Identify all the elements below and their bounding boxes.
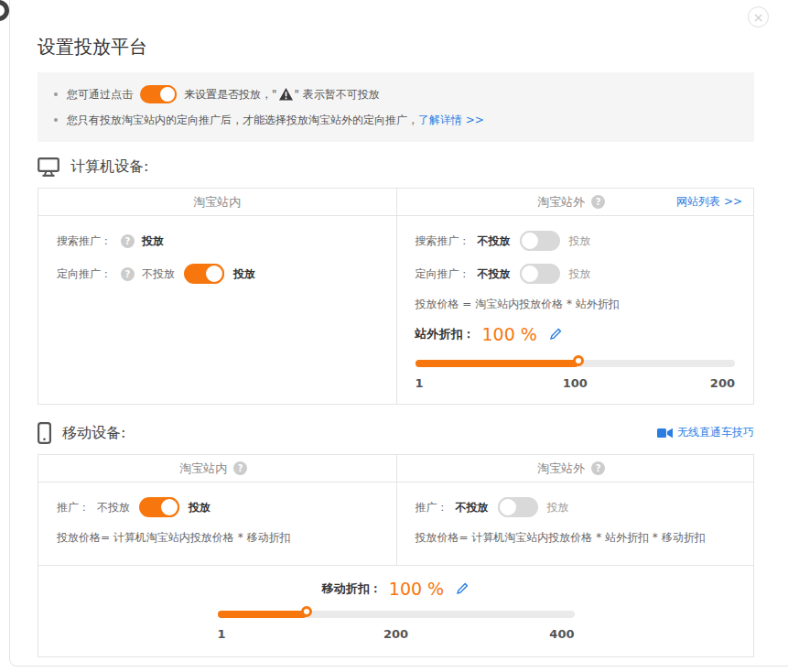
discount-value: 100 % <box>482 324 537 344</box>
slider-fill <box>416 360 578 367</box>
price-formula: 投放价格= 计算机淘宝站内投放价格 * 移动折扣 <box>57 530 378 545</box>
mobile-icon <box>38 422 51 444</box>
notice-text: 来设置是否投放，" <box>184 87 277 103</box>
state-on-label: 投放 <box>569 266 591 282</box>
computer-offsite-search-toggle[interactable] <box>520 231 560 251</box>
website-list-link[interactable]: 网站列表 >> <box>676 194 742 210</box>
state-off-label: 不投放 <box>478 266 511 282</box>
close-icon[interactable]: × <box>748 6 769 27</box>
computer-section-header: 计算机设备: <box>38 155 754 179</box>
price-formula: 投放价格= 计算机淘宝站内投放价格 * 站外折扣 * 移动折扣 <box>416 530 736 545</box>
toggle-knob <box>498 497 518 517</box>
header-label: 淘宝站内 <box>179 461 227 477</box>
mobile-onsite-toggle[interactable] <box>139 497 179 517</box>
slider-thumb[interactable] <box>573 355 584 366</box>
computer-onsite-target-toggle[interactable] <box>184 264 224 284</box>
mobile-discount-line: 移动折扣： 100 % <box>57 577 735 601</box>
row-label: 推广： <box>416 500 448 515</box>
mobile-table: 淘宝站内 ? 淘宝站外 ? 推广： 不投放 投放 投放价格= 计算机淘宝站内投放… <box>38 454 754 657</box>
toggle-knob <box>158 85 177 103</box>
notice-line-1: 您可通过点击 来设置是否投放，" " 表示暂不可投放 <box>54 81 738 107</box>
scale-mid: 200 <box>383 627 408 641</box>
edit-icon[interactable] <box>548 327 563 341</box>
offsite-discount-slider[interactable] <box>416 355 736 372</box>
wireless-tips-link[interactable]: 无线直通车技巧 <box>657 425 754 440</box>
settings-modal: 设置投放平台 您可通过点击 来设置是否投放，" " 表示暂不可投放 您只有投放淘… <box>9 0 788 667</box>
discount-label: 移动折扣： <box>322 580 382 597</box>
edit-icon[interactable] <box>455 581 470 596</box>
scale-min: 1 <box>218 627 226 644</box>
notice-text: 您可通过点击 <box>67 87 133 103</box>
toggle-knob <box>520 264 540 284</box>
slider-fill <box>218 611 308 618</box>
computer-offsite-cell: 搜索推广： 不投放 投放 定向推广： 不投放 投放 投放价格 = 淘宝站内投放价… <box>396 216 754 404</box>
target-promo-row: 定向推广： 不投放 投放 <box>416 264 736 284</box>
row-label: 定向推广： <box>57 266 112 282</box>
mobile-section-title: 移动设备: <box>62 424 125 443</box>
example-toggle[interactable] <box>140 85 177 103</box>
mobile-onsite-cell: 推广： 不投放 投放 投放价格= 计算机淘宝站内投放价格 * 移动折扣 <box>38 482 396 565</box>
promo-row: 推广： 不投放 投放 <box>416 497 736 517</box>
help-icon[interactable]: ? <box>591 461 605 475</box>
help-icon[interactable]: ? <box>121 267 135 281</box>
price-formula: 投放价格 = 淘宝站内投放价格 * 站外折扣 <box>416 297 736 311</box>
state-on-label: 投放 <box>547 500 569 515</box>
promo-row: 推广： 不投放 投放 <box>57 497 378 517</box>
state-on-label: 投放 <box>142 233 164 249</box>
computer-offsite-header: 淘宝站外 ? 网站列表 >> <box>396 189 754 216</box>
notice-line-2: 您只有投放淘宝站内的定向推广后，才能选择投放淘宝站外的定向推广， 了解详情 >> <box>54 107 738 133</box>
row-label: 搜索推广： <box>57 233 112 249</box>
page-title: 设置投放平台 <box>38 2 754 60</box>
header-label: 淘宝站外 <box>537 194 585 211</box>
mobile-offsite-cell: 推广： 不投放 投放 投放价格= 计算机淘宝站内投放价格 * 站外折扣 * 移动… <box>396 482 754 565</box>
toggle-knob <box>159 497 179 517</box>
header-label: 淘宝站内 <box>193 194 241 211</box>
state-off-label: 不投放 <box>97 500 130 515</box>
state-off-label: 不投放 <box>142 266 175 282</box>
mobile-onsite-header: 淘宝站内 ? <box>38 455 396 482</box>
slider-scale: 1 200 400 <box>218 627 575 644</box>
scale-max: 200 <box>710 376 735 393</box>
mobile-offsite-toggle[interactable] <box>498 497 538 517</box>
slider-scale: 1 100 200 <box>416 376 736 393</box>
state-off-label: 不投放 <box>456 500 489 515</box>
mobile-section-header: 移动设备: 无线直通车技巧 <box>38 421 754 445</box>
computer-section-title: 计算机设备: <box>70 157 148 177</box>
scale-max: 400 <box>549 627 574 644</box>
mobile-discount-slider[interactable] <box>218 606 575 623</box>
help-icon[interactable]: ? <box>233 461 247 475</box>
state-on-label: 投放 <box>233 266 255 282</box>
offsite-discount-row: 站外折扣： 100 % <box>416 322 736 346</box>
toggle-knob <box>204 264 224 284</box>
bullet-icon <box>54 118 58 122</box>
decoration-ring <box>0 0 9 21</box>
slider-thumb[interactable] <box>301 606 312 617</box>
video-icon <box>657 428 673 439</box>
mobile-discount-row: 移动折扣： 100 % 1 200 400 <box>38 565 753 656</box>
learn-more-link[interactable]: 了解详情 >> <box>418 113 484 128</box>
computer-onsite-cell: 搜索推广： ? 投放 定向推广： ? 不投放 投放 <box>38 216 396 404</box>
notice-text: " 表示暂不可投放 <box>295 87 380 103</box>
discount-label: 站外折扣： <box>416 326 475 342</box>
row-label: 搜索推广： <box>416 233 470 249</box>
header-label: 淘宝站外 <box>537 461 585 477</box>
link-label: 无线直通车技巧 <box>677 425 754 440</box>
computer-table: 淘宝站内 淘宝站外 ? 网站列表 >> 搜索推广： ? 投放 定向推广： ? 不… <box>38 188 754 405</box>
target-promo-row: 定向推广： ? 不投放 投放 <box>57 264 378 284</box>
state-on-label: 投放 <box>569 233 591 249</box>
scale-min: 1 <box>416 376 424 393</box>
search-promo-row: 搜索推广： 不投放 投放 <box>416 231 736 251</box>
row-label: 定向推广： <box>416 266 470 282</box>
notice-box: 您可通过点击 来设置是否投放，" " 表示暂不可投放 您只有投放淘宝站内的定向推… <box>38 72 754 142</box>
notice-text: 您只有投放淘宝站内的定向推广后，才能选择投放淘宝站外的定向推广， <box>67 113 418 128</box>
state-off-label: 不投放 <box>478 233 511 249</box>
toggle-knob <box>520 231 540 251</box>
scale-mid: 100 <box>563 376 588 390</box>
computer-onsite-header: 淘宝站内 <box>38 189 396 216</box>
computer-icon <box>38 157 59 177</box>
help-icon[interactable]: ? <box>121 234 135 248</box>
warning-icon <box>279 88 293 101</box>
computer-offsite-target-toggle[interactable] <box>520 264 560 284</box>
state-on-label: 投放 <box>189 500 210 515</box>
help-icon[interactable]: ? <box>591 195 605 209</box>
